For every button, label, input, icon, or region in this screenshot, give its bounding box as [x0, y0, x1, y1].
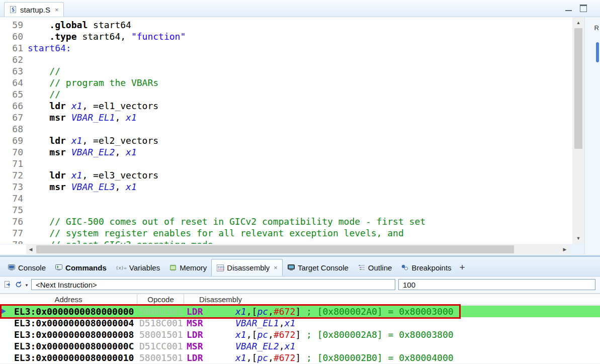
code-line-66: 66 ldr x1, =el1_vectors	[0, 100, 572, 112]
line-text: msr VBAR_EL2, x1	[28, 147, 137, 157]
code-editor[interactable]: 59 .global start6460 .type start64, "fun…	[0, 17, 572, 244]
disassembly-row[interactable]: EL3:0x000000008000000CD51CC001MSRVBAR_EL…	[0, 340, 600, 352]
dropdown-arrow-icon[interactable]: ▼	[25, 283, 29, 288]
vertical-scrollbar-thumb[interactable]	[574, 28, 582, 149]
line-text: //	[28, 89, 60, 100]
address-cell: EL3:0x0000000080000000	[14, 306, 134, 317]
disassembly-icon: 01011010	[216, 264, 224, 272]
line-text: ldr x1, =el3_vectors	[28, 170, 158, 180]
editor-tab-startup-s[interactable]: S startup.S ×	[4, 2, 64, 17]
tab-console[interactable]: Console	[3, 260, 50, 275]
column-header-opcode[interactable]: Opcode	[137, 294, 184, 305]
history-icon[interactable]	[15, 281, 23, 291]
token-reg: pc	[257, 329, 268, 340]
token-kw: msr	[49, 112, 66, 123]
code-line-69: 69 ldr x1, =el2_vectors	[0, 135, 572, 146]
scroll-right-icon[interactable]: ▶	[560, 244, 569, 254]
code-line-68: 68	[0, 123, 572, 135]
add-view-button[interactable]: +	[456, 260, 469, 275]
close-icon[interactable]: ×	[274, 264, 278, 271]
maximize-icon[interactable]	[580, 5, 587, 12]
tab-disassembly[interactable]: 01011010Disassembly×	[211, 259, 283, 276]
close-icon[interactable]: ×	[55, 6, 59, 14]
tab-commands[interactable]: Commands	[50, 260, 111, 275]
commands-icon	[55, 263, 63, 271]
disassembly-row[interactable]: EL3:0x000000008000000858001501LDRx1,[pc,…	[0, 329, 600, 340]
line-number: 73	[0, 181, 23, 193]
token-kw: msr	[49, 147, 66, 157]
line-number: 69	[0, 135, 23, 146]
registers-strip-label: R	[594, 24, 599, 32]
operands-cell: VBAR_EL2,x1	[235, 340, 295, 352]
code-line-78: 78 // select GICv3 operating mode	[0, 239, 572, 244]
opcode-cell: 58001501	[139, 306, 183, 317]
token-plain	[66, 181, 71, 192]
column-header-disassembly[interactable]: Disassembly	[184, 294, 600, 305]
token-plain	[66, 147, 71, 157]
token-plain	[28, 66, 49, 76]
tab-variables[interactable]: (x)=Variables	[111, 260, 164, 275]
tab-label: Commands	[65, 263, 107, 272]
token-reg: x1	[126, 112, 137, 123]
token-plain: ,	[279, 318, 285, 328]
scroll-up-icon[interactable]: ▲	[573, 18, 584, 27]
application-window: S startup.S × 59 .global start6460 .type…	[0, 0, 600, 364]
breakpoints-icon	[401, 263, 409, 271]
address-cell: EL3:0x0000000080000008	[14, 329, 134, 340]
scrollbar-corner	[0, 244, 26, 254]
instruction-pointer-icon	[2, 309, 6, 314]
navigate-to-address-icon[interactable]	[4, 281, 12, 291]
column-header-address[interactable]: Address	[0, 294, 137, 305]
disassembly-row[interactable]: EL3:0x000000008000000058001501LDRx1,[pc,…	[0, 306, 600, 317]
line-number: 76	[0, 216, 23, 227]
token-plain: start64,	[77, 31, 131, 42]
token-label: start64:	[28, 43, 71, 53]
disassembly-row[interactable]: EL3:0x0000000080000004D518C001MSRVBAR_EL…	[0, 317, 600, 329]
code-line-70: 70 msr VBAR_EL2, x1	[0, 146, 572, 158]
token-reg: pc	[257, 352, 268, 363]
token-plain	[66, 170, 71, 180]
token-kw: ldr	[49, 135, 66, 146]
panel-tab-bar: ConsoleCommands(x)=VariablesMemory010110…	[0, 257, 600, 277]
address-expression-input[interactable]	[31, 279, 395, 290]
token-plain	[28, 181, 49, 192]
tab-memory[interactable]: Memory	[164, 260, 211, 275]
line-number: 65	[0, 88, 23, 100]
token-plain	[28, 135, 49, 146]
mnemonic-cell: LDR	[187, 329, 203, 340]
line-number: 67	[0, 112, 23, 123]
line-number: 75	[0, 204, 23, 216]
tab-label: Breakpoints	[411, 263, 451, 272]
memory-icon	[169, 263, 177, 271]
minimize-icon[interactable]	[565, 5, 572, 11]
tab-outline[interactable]: Outline	[353, 260, 397, 275]
tab-target-console[interactable]: Target Console	[283, 260, 353, 275]
collapsed-registers-strip[interactable]: R	[584, 17, 600, 254]
code-line-61: 61start64:	[0, 42, 572, 54]
instruction-count-input[interactable]	[398, 279, 595, 290]
token-plain: ,[	[246, 306, 258, 317]
token-plain	[28, 228, 49, 238]
token-imm: #672	[274, 306, 295, 317]
tab-breakpoints[interactable]: Breakpoints	[396, 260, 456, 275]
editor-horizontal-scrollbar[interactable]: ◀ ▶	[26, 244, 569, 254]
token-plain	[28, 112, 49, 123]
line-text: // program the VBARs	[28, 77, 158, 88]
disassembly-row[interactable]: EL3:0x000000008000001058001501LDRx1,[pc,…	[0, 352, 600, 363]
token-reg: pc	[257, 306, 268, 317]
mnemonic-cell: LDR	[187, 352, 203, 363]
horizontal-scrollbar-thumb[interactable]	[36, 245, 514, 253]
tab-label: Outline	[368, 263, 392, 272]
scroll-left-icon[interactable]: ◀	[26, 244, 35, 254]
tab-label: Console	[18, 263, 46, 272]
line-text: .type start64, "function"	[28, 31, 186, 42]
asm-file-icon: S	[9, 6, 17, 14]
scroll-down-icon[interactable]: ▼	[573, 234, 584, 243]
address-cell: EL3:0x000000008000000C	[14, 340, 134, 352]
token-kw: ldr	[49, 170, 66, 180]
disassembly-rows: EL3:0x000000008000000058001501LDRx1,[pc,…	[0, 306, 600, 363]
console-icon	[8, 263, 16, 271]
code-line-77: 77 // system register enables for all re…	[0, 227, 572, 239]
disassembly-toolbar: ▼	[0, 277, 600, 294]
editor-vertical-scrollbar[interactable]: ▲ ▼	[573, 17, 584, 244]
